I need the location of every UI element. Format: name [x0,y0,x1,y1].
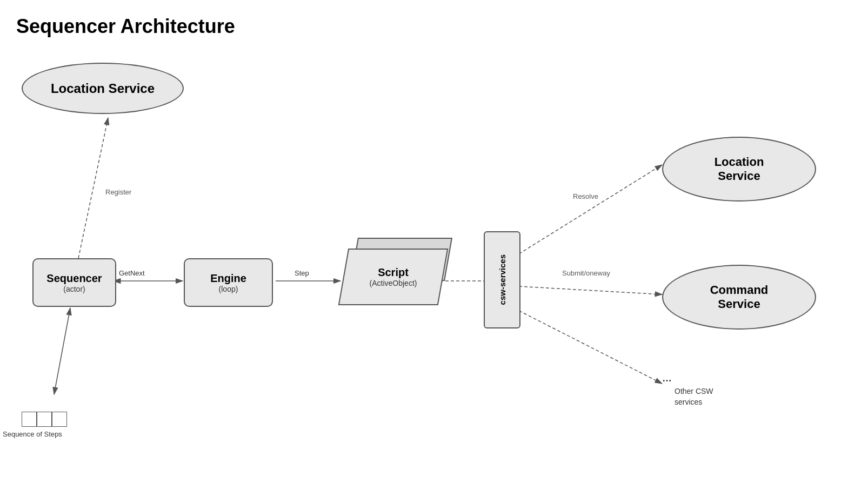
page-title: Sequencer Architecture [16,15,235,38]
sequence-of-steps-label: Sequence of Steps [3,430,68,439]
step-box-2 [37,412,52,427]
getnext-label: GetNext [119,269,145,277]
step-box-1 [22,412,37,427]
submit-label: Submit/oneway [562,269,610,277]
submit-arrow [519,286,662,294]
register-label: Register [105,188,132,196]
step-box-3 [52,412,67,427]
resolve-label: Resolve [573,192,598,200]
location-service-right: Location Service [662,137,816,202]
engine-box: Engine (loop) [184,258,273,307]
location-service-left: Location Service [22,63,184,114]
other-csw-arrow [519,311,662,384]
sequencer-box: Sequencer (actor) [32,258,116,307]
command-service-box: Command Service [662,265,816,330]
other-csw-label: Other CSW services [675,386,713,407]
seq-steps-arrow [54,308,70,394]
step-label: Step [295,269,309,277]
script-shape: Script (ActiveObject) [338,249,449,305]
resolve-arrow [519,165,662,254]
sequence-of-steps [22,412,67,427]
register-arrow [78,118,108,258]
csw-services-box: csw-services [484,231,520,328]
dots-label: … [662,373,672,384]
diagram: Sequencer Architecture Register GetNext [0,0,868,483]
